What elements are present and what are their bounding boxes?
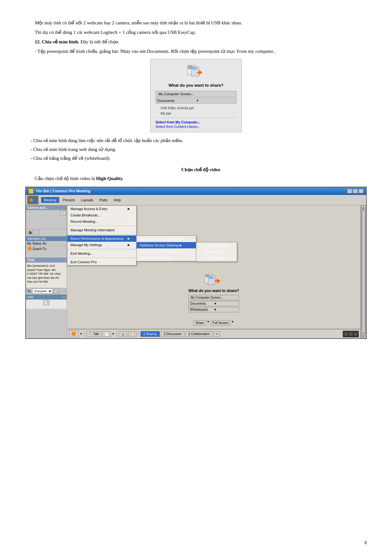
paragraph-1: Một máy tính có thể nối 2 webcam hay 2 c… <box>25 19 367 27</box>
mini-docs-dropdown[interactable]: Documents ▼ <box>188 301 239 306</box>
chat-msg-5: hop cua Yen Bai <box>27 280 65 284</box>
scroll-up[interactable]: ▲ <box>361 205 366 210</box>
record-label: Record Meeting... <box>70 220 98 223</box>
lock-btn[interactable]: 🔒 <box>119 331 127 337</box>
meeting-body: Camera and... - 🎥 🔍 Attendee List My Sta… <box>26 205 366 338</box>
dropdown-breakouts[interactable]: Create Breakouts... <box>67 212 136 218</box>
video-text: Cần chọn chế độ hình video là <box>35 176 96 181</box>
submenu-background[interactable]: Room Background ▶ <box>137 255 196 261</box>
dropdown-access[interactable]: Manage Access & Entry ▶ <box>67 206 136 212</box>
mini-docs-label: Documents <box>190 302 214 305</box>
camera-panel-header: Camera and... <box>26 205 67 210</box>
background-label: Room Background <box>140 256 168 260</box>
minimize-camera-btn[interactable]: - <box>60 211 66 216</box>
chat-search-btn[interactable]: 🔍 <box>54 289 59 294</box>
share-icon-2: 📋 <box>131 332 134 336</box>
submenu-resolution[interactable]: Room Screen Resolution ▶ <box>137 248 196 255</box>
bottom-logo-btn[interactable] <box>69 330 78 337</box>
fullscreen-arrow[interactable]: ▼ <box>231 320 234 326</box>
to-select[interactable]: Everyone <box>32 289 53 294</box>
note-controls[interactable]: -□ <box>63 295 65 299</box>
quality-low[interactable]: Low Bandwidth <box>196 242 237 249</box>
fast-check <box>199 250 203 254</box>
note-section-header: note -□ <box>26 295 67 299</box>
tab-collaboration[interactable]: || Collaboration <box>186 331 212 337</box>
left-panel: Camera and... - 🎥 🔍 Attendee List My Sta… <box>26 205 67 338</box>
mini-whiteboard-dropdown[interactable]: Whiteboards ▼ <box>188 307 239 312</box>
tab-sharing[interactable]: || Sharing <box>141 331 160 337</box>
svg-rect-6 <box>192 69 198 69</box>
mini-whiteboard-arrow: ▼ <box>214 308 237 311</box>
section-12-rest: Đây là nơi để chọn: <box>79 39 119 44</box>
camera-minimize[interactable]: - <box>60 211 66 216</box>
menu-help[interactable]: Help <box>111 197 124 203</box>
dropdown-manage-settings[interactable]: Manage My Settings ▶ <box>67 242 136 248</box>
menu-present[interactable]: Present <box>60 197 77 203</box>
share-mini-title: What do you want to share? <box>188 289 239 293</box>
chat-header: Chat <box>26 258 67 262</box>
bullet-4: - Chia sẻ bảng trắng để vẽ (whiteboard). <box>25 154 367 162</box>
manage-settings-label: Manage My Settings <box>70 243 102 247</box>
bottom-arrow[interactable]: ▼ <box>80 332 83 335</box>
talk-doc-icon: 📄 <box>105 332 108 336</box>
plus-btn[interactable]: + <box>214 331 220 337</box>
select-from-computer-link[interactable]: Select from My Computer... <box>156 120 236 124</box>
quality-fast[interactable]: Fast Images <box>196 249 237 255</box>
page-content: Một máy tính có thể nối 2 webcam hay 2 c… <box>25 19 367 339</box>
menu-meeting[interactable]: Meeting <box>41 197 59 203</box>
attendee-icon <box>28 247 32 251</box>
sep-3 <box>138 331 139 336</box>
titlebar-controls[interactable]: _ □ ✕ <box>347 189 364 193</box>
quality-high[interactable]: • High Quality <box>196 255 237 261</box>
fast-label: Fast Images <box>205 250 224 254</box>
share-mini-area: What do you want to share? My Computer S… <box>188 273 239 313</box>
talk-btn[interactable]: ✏️ Talk <box>87 331 101 337</box>
note-btn[interactable]: 📝 <box>44 300 49 305</box>
toolbar-icon-1[interactable]: 🎥 <box>27 230 33 235</box>
documents-label: Documents <box>157 99 196 103</box>
page-number: 8 <box>364 540 367 546</box>
svg-rect-1 <box>188 66 193 66</box>
menu-pods[interactable]: Pods <box>97 197 110 203</box>
bullet-2: - Chia sẻ màn hình đang làm việc nên rất… <box>25 137 367 144</box>
mini-screen-btn[interactable]: My Computer Screen... <box>188 295 239 300</box>
high-label: High Quality <box>205 256 224 260</box>
menu-layouts[interactable]: Layouts <box>78 197 96 203</box>
share-icon-btn[interactable]: 📋 <box>128 331 137 337</box>
maximize-btn[interactable]: □ <box>353 189 358 193</box>
quality-submenu: Low Bandwidth Fast Images <box>196 242 237 262</box>
low-label: Low Bandwidth <box>205 244 228 247</box>
dropdown-record[interactable]: Record Meeting... <box>67 218 136 225</box>
meeting-window: ⚡ Yên Bái | Connect Pro Meeting _ □ ✕ <box>25 187 367 339</box>
fullscreen-btn[interactable]: Full Screen <box>210 320 231 326</box>
breakouts-label: Create Breakouts... <box>70 213 101 217</box>
select-from-library-link[interactable]: Select from Content Library... <box>156 124 236 129</box>
dropdown-room-performance[interactable]: Room Performance & Appearance ▶ Optimize… <box>67 235 136 242</box>
bottom-arrow-2[interactable]: ▼ <box>112 332 115 335</box>
scroll-down[interactable]: ▼ <box>361 334 366 338</box>
submenu-bandwidth[interactable]: Optimize Room Bandwidth ▶ <box>137 236 196 242</box>
doc-item-1: Giới thiệu Joomla.ppt <box>156 105 236 111</box>
close-btn[interactable]: ✕ <box>358 189 364 193</box>
talk-doc-btn[interactable]: 📄 <box>102 331 111 337</box>
submenu-performance: Optimize Room Bandwidth ▶ Optimize Scree… <box>136 235 196 261</box>
share-btn[interactable]: Share <box>193 320 206 326</box>
svg-point-20 <box>71 332 76 336</box>
dropdown-meeting-info[interactable]: Manage Meeting Information <box>67 227 136 233</box>
submenu-screen-sharing[interactable]: Optimize Screen Sharing ▶ <box>137 242 196 248</box>
end-meeting-label: End Meeting... <box>70 252 93 255</box>
share-dialog: What do you want to share? My Computer S… <box>150 59 242 132</box>
meeting-title: Yên Bái | Connect Pro Meeting <box>35 189 90 193</box>
my-computer-screen-btn[interactable]: My Computer Screen... <box>156 91 236 97</box>
meeting-icon: ⚡ <box>28 189 34 194</box>
share-arrow[interactable]: ▼ <box>207 320 210 326</box>
svg-rect-8 <box>197 72 200 73</box>
share-dialog-icon <box>156 64 236 80</box>
video-bold: High Quality. <box>96 176 124 181</box>
tab-discussion[interactable]: || Discussion <box>161 331 184 337</box>
documents-dropdown[interactable]: Documents ▼ <box>156 98 236 103</box>
minimize-btn[interactable]: _ <box>347 189 352 193</box>
toolbar-search[interactable]: 🔍 <box>34 230 40 235</box>
dropdown-exit[interactable]: Exit Connect Pro <box>67 259 136 265</box>
dropdown-end-meeting[interactable]: End Meeting... <box>67 250 136 257</box>
